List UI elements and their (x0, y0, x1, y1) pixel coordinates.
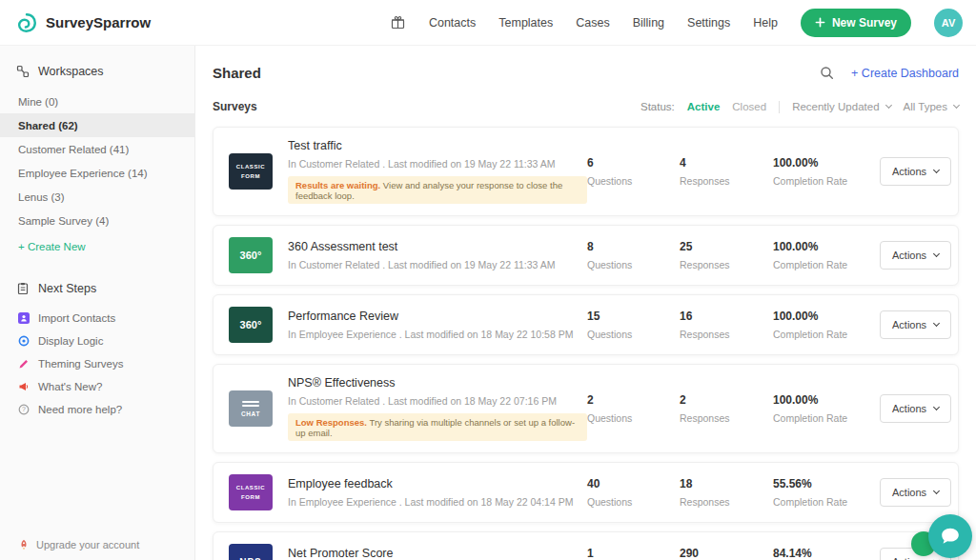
top-navbar: SurveySparrow Contacts Templates Cases B… (0, 0, 976, 46)
nav-help[interactable]: Help (753, 16, 778, 30)
survey-card[interactable]: 360° Performance Review In Employee Expe… (213, 294, 959, 355)
sidebar-item-theming-surveys[interactable]: Theming Surveys (0, 352, 194, 375)
responses-stat: 4Responses (680, 156, 773, 187)
survey-card[interactable]: CLASSIC FORM Test traffic In Customer Re… (213, 127, 959, 216)
surveysparrow-logo-icon (15, 11, 38, 34)
gift-icon[interactable] (390, 14, 406, 30)
survey-title[interactable]: 360 Assessment test (288, 240, 587, 253)
svg-text:?: ? (22, 406, 26, 412)
actions-button[interactable]: Actions (880, 478, 951, 507)
sidebar-item-shared[interactable]: Shared (62) (0, 113, 194, 137)
sidebar-item-employee-experience[interactable]: Employee Experience (14) (0, 161, 194, 185)
actions-button[interactable]: Actions (880, 394, 951, 423)
chevron-down-icon (933, 488, 940, 494)
page-title: Shared (213, 65, 261, 81)
sidebar-item-display-logic[interactable]: Display Logic (0, 330, 194, 352)
nav-cases[interactable]: Cases (576, 16, 609, 30)
brand-name: SurveySparrow (46, 14, 151, 30)
questions-stat: 15Questions (587, 310, 680, 340)
nav-billing[interactable]: Billing (633, 16, 664, 30)
survey-warning-highlight: Low Responses. (295, 417, 367, 428)
theming-pen-icon (18, 358, 30, 370)
filter-row: Surveys Status: Active Closed Recently U… (195, 96, 976, 127)
survey-card[interactable]: CHAT NPS® Effectiveness In Customer Rela… (213, 364, 959, 453)
survey-warning: Results are waiting. View and analyse yo… (288, 176, 587, 204)
questions-stat: 2Questions (587, 393, 680, 424)
questions-stat: 40Questions (587, 477, 680, 508)
sidebar-item-need-more-help[interactable]: ? Need more help? (0, 398, 194, 421)
brand-logo[interactable]: SurveySparrow (15, 11, 151, 34)
app-window: SurveySparrow Contacts Templates Cases B… (0, 0, 976, 560)
new-survey-label: New Survey (832, 16, 897, 30)
sidebar-item-import-contacts[interactable]: Import Contacts (0, 307, 194, 330)
new-survey-button[interactable]: New Survey (801, 9, 911, 37)
display-logic-label: Display Logic (38, 335, 103, 347)
survey-title[interactable]: NPS® Effectiveness (288, 376, 587, 390)
sidebar-item-lenus[interactable]: Lenus (3) (0, 185, 194, 209)
search-icon[interactable] (820, 66, 834, 80)
workspaces-title: Workspaces (38, 65, 104, 78)
actions-label: Actions (892, 319, 926, 330)
survey-title[interactable]: Test traffic (288, 139, 587, 152)
survey-title[interactable]: Net Promoter Score (288, 547, 587, 560)
survey-type-badge: CLASSIC FORM (229, 153, 273, 190)
types-dropdown[interactable]: All Types (904, 101, 959, 112)
sidebar-item-whats-new[interactable]: What's New? (0, 375, 194, 398)
survey-card[interactable]: 360° 360 Assessment test In Customer Rel… (213, 225, 959, 286)
survey-type-badge: 360° (229, 237, 273, 273)
survey-card[interactable]: CLASSIC FORM Employee feedback In Employ… (213, 462, 959, 523)
create-dashboard-link[interactable]: + Create Dashboard (851, 67, 959, 80)
responses-stat: 16Responses (680, 310, 773, 340)
theming-surveys-label: Theming Surveys (38, 358, 123, 370)
nav-settings[interactable]: Settings (687, 16, 730, 30)
import-contacts-label: Import Contacts (38, 312, 115, 324)
responses-stat: 290Responses (680, 547, 773, 560)
completion-stat: 100.00%Completion Rate (773, 156, 880, 187)
sidebar-item-sample-survey[interactable]: Sample Survey (4) (0, 209, 194, 232)
survey-title[interactable]: Employee feedback (288, 477, 587, 490)
status-filter-closed[interactable]: Closed (732, 101, 766, 112)
next-steps-title: Next Steps (38, 282, 96, 295)
actions-button[interactable]: Actions (880, 310, 951, 339)
questions-stat: 1Questions (587, 547, 680, 560)
user-avatar[interactable]: AV (934, 9, 963, 37)
survey-type-badge: CLASSIC FORM (229, 474, 273, 510)
actions-label: Actions (892, 487, 926, 498)
nav-templates[interactable]: Templates (498, 16, 553, 30)
completion-stat: 55.56%Completion Rate (773, 477, 880, 508)
survey-title[interactable]: Performance Review (288, 310, 587, 323)
actions-label: Actions (892, 250, 926, 261)
responses-stat: 25Responses (680, 240, 773, 270)
actions-button[interactable]: Actions (880, 241, 951, 270)
chevron-down-icon (933, 250, 940, 257)
survey-type-badge: CHAT (229, 390, 273, 427)
actions-button[interactable]: Actions (880, 157, 951, 186)
chat-launcher[interactable] (928, 514, 972, 558)
chat-bubble-icon (940, 526, 961, 547)
workspaces-header: Workspaces (0, 65, 194, 78)
sidebar: Workspaces Mine (0) Shared (62) Customer… (0, 46, 195, 560)
survey-card[interactable]: NPS Net Promoter Score In Customer Relat… (213, 531, 959, 560)
sidebar-item-mine[interactable]: Mine (0) (0, 90, 194, 113)
upgrade-account-link[interactable]: Upgrade your account (18, 539, 139, 550)
survey-type-badge: NPS (229, 544, 273, 560)
plus-icon (815, 17, 825, 28)
survey-meta: In Customer Related . Last modified on 1… (288, 158, 587, 170)
create-new-workspace-link[interactable]: + Create New (0, 232, 194, 261)
survey-list: CLASSIC FORM Test traffic In Customer Re… (195, 127, 976, 560)
responses-stat: 18Responses (680, 477, 773, 508)
survey-warning: Low Responses. Try sharing via multiple … (288, 413, 587, 441)
next-steps-icon (16, 282, 30, 295)
sidebar-item-customer-related[interactable]: Customer Related (41) (0, 137, 194, 161)
display-logic-icon (18, 335, 30, 347)
completion-stat: 84.14%Completion Rate (773, 547, 880, 560)
nav-contacts[interactable]: Contacts (429, 16, 476, 30)
survey-warning-highlight: Results are waiting. (295, 180, 380, 190)
sort-dropdown[interactable]: Recently Updated (792, 101, 890, 112)
status-filter-active[interactable]: Active (687, 101, 721, 112)
sort-dropdown-value: Recently Updated (792, 101, 879, 112)
responses-stat: 2Responses (680, 393, 773, 424)
actions-label: Actions (892, 556, 926, 560)
upgrade-account-label: Upgrade your account (36, 539, 139, 550)
chevron-down-icon (953, 102, 960, 109)
